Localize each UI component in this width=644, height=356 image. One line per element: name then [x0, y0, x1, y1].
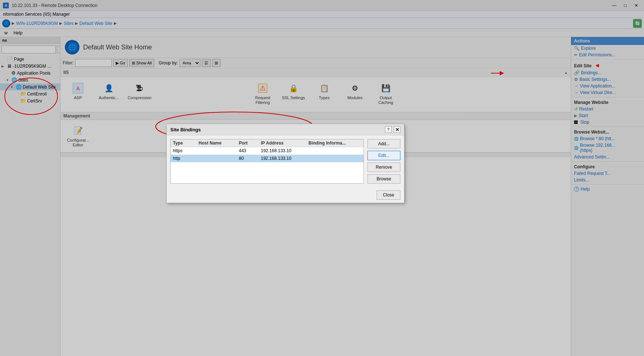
dialog-body: Type Host Name Port IP Address Binding I…	[167, 135, 404, 187]
row-port-0: 443	[239, 148, 261, 153]
row-type-https: https	[173, 148, 199, 153]
add-button[interactable]: Add...	[367, 139, 400, 149]
dialog-help-button[interactable]: ?	[385, 126, 392, 133]
browse-button[interactable]: Browse	[367, 174, 400, 184]
dialog-overlay: Site Bindings ? ✕ Type Host Name Port IP…	[0, 0, 644, 356]
col-port: Port	[239, 140, 261, 146]
row-binding-1	[308, 156, 361, 161]
row-ip-1: 192.168.133.10	[261, 156, 308, 161]
table-row[interactable]: http 80 192.168.133.10	[171, 155, 363, 162]
col-hostname: Host Name	[199, 140, 239, 146]
table-header-row: Type Host Name Port IP Address Binding I…	[171, 139, 363, 147]
close-dialog-button[interactable]: Close	[377, 190, 400, 200]
dialog-close-button[interactable]: ✕	[394, 126, 400, 133]
row-hostname-1	[199, 156, 239, 161]
dialog-title-bar: Site Bindings ? ✕	[167, 124, 404, 135]
row-port-1: 80	[239, 156, 261, 161]
dialog-title: Site Bindings	[170, 127, 201, 132]
row-type-http: http	[173, 156, 199, 161]
col-bindinginfo: Binding Informa...	[308, 140, 361, 146]
table-row[interactable]: https 443 192.168.133.10	[171, 147, 363, 155]
site-bindings-dialog: Site Bindings ? ✕ Type Host Name Port IP…	[166, 124, 404, 203]
bindings-table: Type Host Name Port IP Address Binding I…	[170, 139, 364, 184]
edit-button[interactable]: Edit...	[367, 151, 400, 160]
row-hostname-0	[199, 148, 239, 153]
col-type: Type	[173, 140, 199, 146]
col-ipaddress: IP Address	[261, 140, 308, 146]
remove-button[interactable]: Remove	[367, 162, 400, 172]
row-binding-0	[308, 148, 361, 153]
row-ip-0: 192.168.133.10	[261, 148, 308, 153]
dialog-controls: ? ✕	[385, 126, 400, 133]
dialog-action-buttons: Add... Edit... Remove Browse	[367, 139, 400, 184]
dialog-footer: Close	[167, 187, 404, 203]
